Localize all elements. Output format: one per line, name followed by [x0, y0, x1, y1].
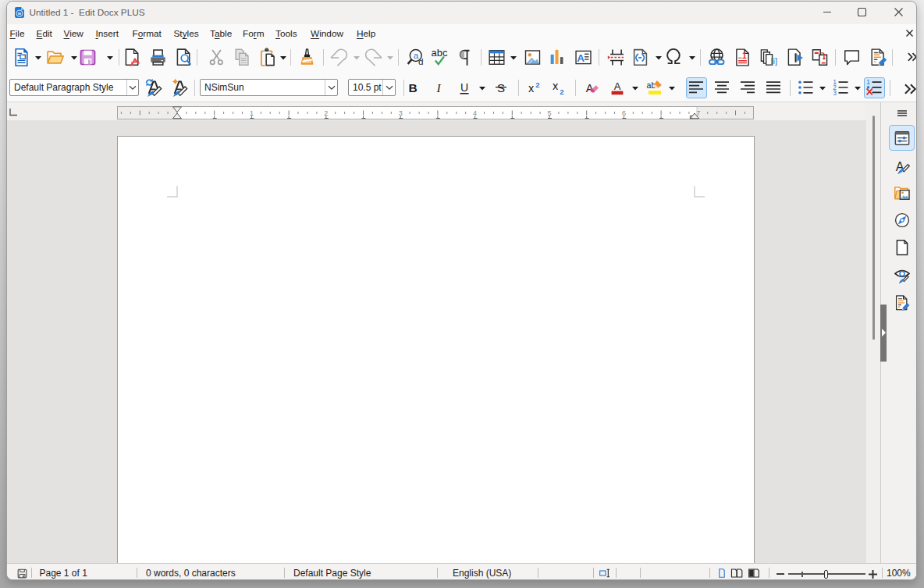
svg-text:6: 6	[622, 109, 626, 116]
svg-text:3: 3	[833, 89, 837, 97]
svg-text:1: 1	[250, 109, 254, 116]
svg-text:U: U	[460, 81, 468, 94]
svg-text:I: I	[435, 81, 441, 94]
svg-text:1: 1	[866, 78, 870, 86]
svg-text:3: 3	[399, 109, 403, 116]
svg-text:x: x	[553, 80, 559, 92]
svg-text:A: A	[586, 82, 594, 94]
svg-text:A: A	[577, 52, 585, 63]
svg-text:2: 2	[535, 80, 539, 89]
svg-text:[i]: [i]	[770, 56, 777, 66]
svg-text:abc: abc	[431, 47, 447, 59]
svg-text:d: d	[418, 56, 423, 67]
svg-text:x: x	[528, 82, 535, 94]
svg-text:2: 2	[560, 87, 563, 96]
svg-text:B: B	[408, 81, 417, 94]
svg-text:w: w	[17, 11, 22, 16]
svg-text:1: 1	[741, 52, 746, 60]
svg-text:4: 4	[473, 109, 477, 116]
svg-text:2: 2	[324, 109, 328, 116]
svg-text:5: 5	[547, 109, 551, 116]
svg-text:A: A	[614, 80, 621, 92]
